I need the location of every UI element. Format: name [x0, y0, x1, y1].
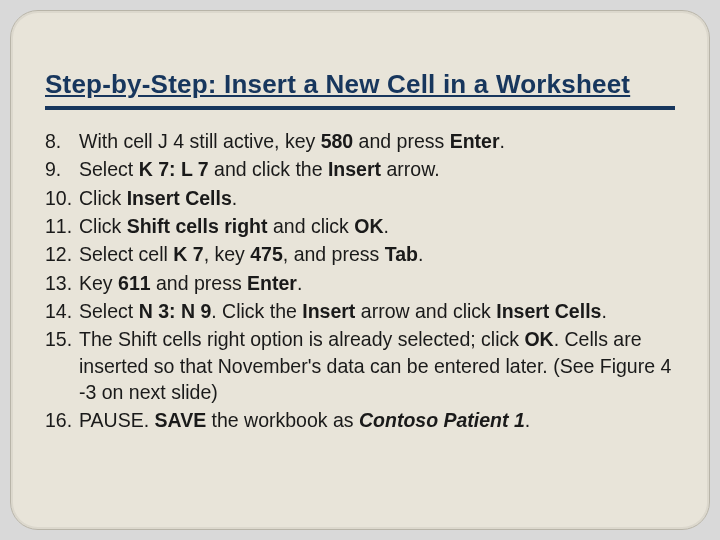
step-item: 11.Click Shift cells right and click OK. — [45, 213, 675, 239]
step-item: 14.Select N 3: N 9. Click the Insert arr… — [45, 298, 675, 324]
step-text: Select K 7: L 7 and click the Insert arr… — [79, 156, 675, 182]
step-number: 10. — [45, 185, 75, 211]
step-text: Key 611 and press Enter. — [79, 270, 675, 296]
step-item: 16.PAUSE. SAVE the workbook as Contoso P… — [45, 407, 675, 433]
step-number: 15. — [45, 326, 75, 405]
step-number: 13. — [45, 270, 75, 296]
step-item: 13.Key 611 and press Enter. — [45, 270, 675, 296]
slide-title: Step-by-Step: Insert a New Cell in a Wor… — [45, 69, 675, 100]
step-item: 8.With cell J 4 still active, key 580 an… — [45, 128, 675, 154]
step-number: 9. — [45, 156, 75, 182]
title-underline-rule — [45, 106, 675, 110]
step-number: 14. — [45, 298, 75, 324]
step-item: 15.The Shift cells right option is alrea… — [45, 326, 675, 405]
step-number: 8. — [45, 128, 75, 154]
step-text: Select cell K 7, key 475, and press Tab. — [79, 241, 675, 267]
step-number: 12. — [45, 241, 75, 267]
step-text: The Shift cells right option is already … — [79, 326, 675, 405]
step-item: 12.Select cell K 7, key 475, and press T… — [45, 241, 675, 267]
step-number: 16. — [45, 407, 75, 433]
step-text: Click Shift cells right and click OK. — [79, 213, 675, 239]
step-text: With cell J 4 still active, key 580 and … — [79, 128, 675, 154]
slide-card: Step-by-Step: Insert a New Cell in a Wor… — [10, 10, 710, 530]
step-text: PAUSE. SAVE the workbook as Contoso Pati… — [79, 407, 675, 433]
step-item: 9.Select K 7: L 7 and click the Insert a… — [45, 156, 675, 182]
step-number: 11. — [45, 213, 75, 239]
step-item: 10.Click Insert Cells. — [45, 185, 675, 211]
steps-list: 8.With cell J 4 still active, key 580 an… — [45, 128, 675, 433]
step-text: Click Insert Cells. — [79, 185, 675, 211]
step-text: Select N 3: N 9. Click the Insert arrow … — [79, 298, 675, 324]
